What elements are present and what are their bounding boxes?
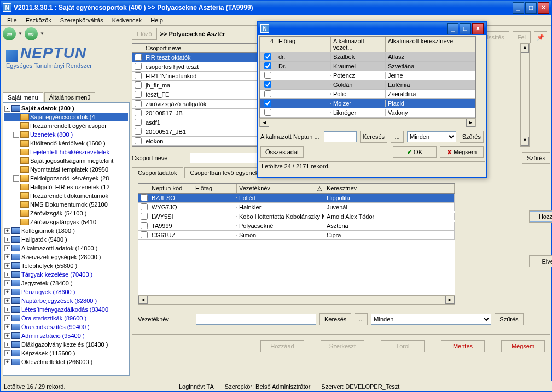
tree-item[interactable]: Záróvizsgatárgyak (5410 xyxy=(4,218,128,226)
tree-item[interactable]: Hallgatói FIR-es üzenetek (12 xyxy=(4,183,128,191)
up-button[interactable]: Fel xyxy=(513,31,531,43)
expander-icon[interactable]: + xyxy=(4,359,10,365)
bottom-dots-button[interactable]: ... xyxy=(355,313,368,325)
popup-close-button[interactable]: × xyxy=(472,23,484,34)
popup-search-button[interactable]: Keresés xyxy=(360,131,387,143)
tree-item[interactable]: +Diákigazolvány kezelés (10400 ) xyxy=(4,340,128,349)
tree-item[interactable]: +Létesítménygazdálkodás (83400 xyxy=(4,305,128,314)
row-checkbox[interactable] xyxy=(264,90,271,97)
top-scope-button[interactable]: Szűrés xyxy=(522,152,550,164)
popup-grid[interactable]: 4 Előtag Alkalmazott vezet... Alkalmazot… xyxy=(259,36,476,118)
popup-scroll-left-icon[interactable]: ◄ xyxy=(260,119,269,127)
user-row[interactable]: BZJESOFollértHippolita xyxy=(138,194,455,203)
expander-icon[interactable]: + xyxy=(4,280,10,286)
prev-button[interactable]: Előző xyxy=(132,28,157,40)
form-delete-button[interactable]: Töröl xyxy=(381,340,425,352)
expander-icon[interactable]: + xyxy=(4,245,10,251)
row-checkbox[interactable] xyxy=(264,53,271,60)
row-checkbox[interactable] xyxy=(135,109,142,116)
scroll-down-icon[interactable]: ▼ xyxy=(521,137,529,146)
expander-icon[interactable]: + xyxy=(4,254,10,260)
popup-row[interactable]: GoldánEufémia xyxy=(260,80,475,90)
popup-scroll-right-icon[interactable]: ► xyxy=(466,119,475,127)
tree-item[interactable]: Hozzámrendelt egyéncsopor xyxy=(4,121,128,130)
row-checkbox[interactable] xyxy=(264,81,271,88)
user-row[interactable]: CG61UZSimónCipra xyxy=(138,231,455,240)
popup-titlebar[interactable]: N _ □ × xyxy=(258,22,486,35)
tree-item[interactable]: +Hallgatók (5400 ) xyxy=(4,235,128,244)
tree-item[interactable]: +Kollégiumok (1800 ) xyxy=(4,226,128,235)
popup-filter-input[interactable] xyxy=(324,131,357,142)
tree-item[interactable]: Záróvizsgák (54100 ) xyxy=(4,209,128,218)
add-user-button[interactable]: Hozzáad xyxy=(529,210,552,223)
popup-scope-button[interactable]: Szűrés xyxy=(460,131,484,143)
user-grid-hscroll[interactable]: ◄ ► xyxy=(138,295,455,305)
user-grid-header-pre[interactable]: Előtag xyxy=(193,184,237,193)
bottom-scope-button[interactable]: Szűrés xyxy=(495,313,523,325)
user-grid-header-last[interactable]: Vezetéknév △ xyxy=(237,184,324,193)
popup-row[interactable]: PotenczJerne xyxy=(260,71,475,80)
user-row[interactable]: LWY5SIKobo Hottentotta Kobolánszky KolAr… xyxy=(138,212,455,221)
tree-item[interactable]: -Saját adatok (200 ) xyxy=(4,104,128,113)
tree-item[interactable]: NMS Dokumentumok (52100 xyxy=(4,200,128,209)
expander-icon[interactable]: + xyxy=(4,237,10,243)
tree-item[interactable]: +Oklevélmelléklet (266000 ) xyxy=(4,358,128,366)
expander-icon[interactable]: + xyxy=(4,298,10,304)
row-checkbox[interactable] xyxy=(135,72,142,79)
tree-item[interactable]: +Telephelyek (55800 ) xyxy=(4,261,128,270)
tree[interactable]: -Saját adatok (200 )Saját egyéncsoportok… xyxy=(3,103,129,367)
popup-all-data-button[interactable]: Összes adat xyxy=(260,146,304,158)
menu-help[interactable]: Help xyxy=(146,16,167,25)
scroll-left-icon[interactable]: ◄ xyxy=(138,296,148,304)
user-grid-header-code[interactable]: Neptun kód xyxy=(149,184,193,193)
tree-item[interactable]: +Jegyzetek (78400 ) xyxy=(4,279,128,288)
row-checkbox[interactable] xyxy=(141,222,148,229)
row-checkbox[interactable] xyxy=(264,100,271,107)
row-checkbox[interactable] xyxy=(135,63,142,70)
popup-header-first[interactable]: Alkalmazott keresztneve xyxy=(386,37,475,52)
nav-forward-button[interactable]: ⇨ xyxy=(25,27,38,40)
menu-favorites[interactable]: Kedvencek xyxy=(108,16,146,25)
popup-header-last[interactable]: Alkalmazott vezet... xyxy=(331,37,386,52)
expander-icon[interactable]: + xyxy=(13,175,19,182)
user-grid[interactable]: Neptun kód Előtag Vezetéknév △ Keresztné… xyxy=(138,183,455,295)
tree-item[interactable]: Lejelentett hibák/észrevételek xyxy=(4,148,128,156)
expander-icon[interactable]: + xyxy=(4,228,10,234)
popup-dots-button[interactable]: ... xyxy=(391,131,404,143)
popup-header-pre[interactable]: Előtag xyxy=(276,37,331,52)
form-save-button[interactable]: Mentés xyxy=(441,340,485,352)
row-checkbox[interactable] xyxy=(135,100,142,107)
form-edit-button[interactable]: Szerkeszt xyxy=(321,340,364,352)
row-checkbox[interactable] xyxy=(141,194,148,201)
row-checkbox[interactable] xyxy=(135,54,142,61)
popup-hscroll[interactable]: ◄ ► xyxy=(259,118,476,127)
tree-item[interactable]: +Óra statisztikák (89600 ) xyxy=(4,314,128,323)
tree-item[interactable]: +Órarendkészítés (90400 ) xyxy=(4,323,128,331)
minimize-button[interactable]: _ xyxy=(513,2,524,14)
tab-own-menu[interactable]: Saját menü xyxy=(3,92,43,102)
expander-icon[interactable]: + xyxy=(4,307,10,313)
bottom-filter-combo[interactable]: Minden xyxy=(371,314,491,325)
popup-row[interactable]: Dr.KraumelSzvetlána xyxy=(260,62,475,71)
popup-ok-button[interactable]: ✔ OK xyxy=(393,146,437,158)
row-checkbox[interactable] xyxy=(135,119,142,126)
tree-item[interactable]: Hozzárendelt dokumentumok xyxy=(4,191,128,200)
popup-row[interactable]: LiknégerVadony xyxy=(260,108,475,118)
close-button[interactable]: × xyxy=(538,2,549,14)
user-row[interactable]: WYG7JQHainklerJuvenál xyxy=(138,203,455,212)
tree-item[interactable]: Kitöltendő kérdőívek (1600 ) xyxy=(4,139,128,148)
tree-item[interactable]: +Feldolgozandó kérvények (28 xyxy=(4,174,128,183)
popup-cancel-button[interactable]: ✘ Mégsem xyxy=(440,146,484,158)
row-checkbox[interactable] xyxy=(264,109,271,116)
popup-filter-combo[interactable]: Minden xyxy=(407,131,456,142)
tree-item[interactable]: +Adminisztráció (95400 ) xyxy=(4,331,128,340)
popup-row[interactable]: PolicZseraldina xyxy=(260,90,475,99)
row-checkbox[interactable] xyxy=(135,91,142,98)
nav-fwd-dropdown[interactable]: ▼ xyxy=(40,31,44,36)
tree-item[interactable]: +Képzések (115600 ) xyxy=(4,349,128,358)
row-checkbox[interactable] xyxy=(141,231,148,238)
tree-item[interactable]: +Alkalmazotti adatok (14800 ) xyxy=(4,244,128,253)
bottom-search-button[interactable]: Keresés xyxy=(319,313,351,325)
pin-button[interactable] xyxy=(534,31,547,43)
row-checkbox[interactable] xyxy=(141,213,148,220)
